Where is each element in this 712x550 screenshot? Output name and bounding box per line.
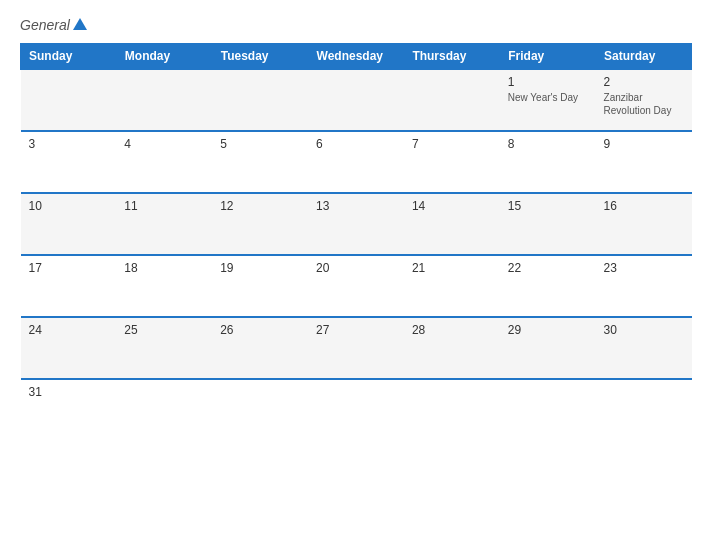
calendar-week-row: 31 (21, 379, 692, 441)
day-number: 7 (412, 137, 492, 151)
calendar-cell: 6 (308, 131, 404, 193)
day-of-week-header: Wednesday (308, 44, 404, 70)
day-of-week-header: Friday (500, 44, 596, 70)
day-number: 20 (316, 261, 396, 275)
calendar-cell: 29 (500, 317, 596, 379)
calendar-cell (21, 69, 117, 131)
day-number: 21 (412, 261, 492, 275)
calendar-cell: 15 (500, 193, 596, 255)
header: General (20, 18, 692, 33)
day-number: 13 (316, 199, 396, 213)
calendar-table: SundayMondayTuesdayWednesdayThursdayFrid… (20, 43, 692, 441)
calendar-cell: 19 (212, 255, 308, 317)
calendar-cell: 2Zanzibar Revolution Day (596, 69, 692, 131)
day-number: 23 (604, 261, 684, 275)
calendar-week-row: 3456789 (21, 131, 692, 193)
calendar-cell: 22 (500, 255, 596, 317)
calendar-cell: 16 (596, 193, 692, 255)
day-number: 25 (124, 323, 204, 337)
day-number: 28 (412, 323, 492, 337)
calendar-cell: 8 (500, 131, 596, 193)
day-number: 12 (220, 199, 300, 213)
day-number: 17 (29, 261, 109, 275)
day-number: 18 (124, 261, 204, 275)
day-number: 10 (29, 199, 109, 213)
calendar-cell (116, 69, 212, 131)
day-number: 26 (220, 323, 300, 337)
holiday-label: New Year's Day (508, 91, 588, 104)
day-number: 4 (124, 137, 204, 151)
days-of-week-row: SundayMondayTuesdayWednesdayThursdayFrid… (21, 44, 692, 70)
calendar-cell: 27 (308, 317, 404, 379)
calendar-cell: 4 (116, 131, 212, 193)
calendar-cell: 10 (21, 193, 117, 255)
day-number: 15 (508, 199, 588, 213)
day-number: 16 (604, 199, 684, 213)
day-number: 30 (604, 323, 684, 337)
day-number: 6 (316, 137, 396, 151)
calendar-week-row: 1New Year's Day2Zanzibar Revolution Day (21, 69, 692, 131)
logo-triangle-icon (73, 18, 87, 30)
page: General SundayMondayTuesdayWednesdayThur… (0, 0, 712, 550)
calendar-cell: 24 (21, 317, 117, 379)
day-number: 19 (220, 261, 300, 275)
calendar-week-row: 24252627282930 (21, 317, 692, 379)
calendar-cell (404, 69, 500, 131)
day-number: 8 (508, 137, 588, 151)
calendar-cell (308, 379, 404, 441)
day-number: 3 (29, 137, 109, 151)
calendar-cell: 12 (212, 193, 308, 255)
calendar-cell (404, 379, 500, 441)
calendar-week-row: 17181920212223 (21, 255, 692, 317)
calendar-cell: 21 (404, 255, 500, 317)
calendar-cell (596, 379, 692, 441)
calendar-cell: 31 (21, 379, 117, 441)
day-number: 24 (29, 323, 109, 337)
calendar-cell (308, 69, 404, 131)
calendar-cell: 25 (116, 317, 212, 379)
day-number: 9 (604, 137, 684, 151)
calendar-cell (212, 69, 308, 131)
calendar-cell: 17 (21, 255, 117, 317)
day-of-week-header: Saturday (596, 44, 692, 70)
calendar-cell: 18 (116, 255, 212, 317)
calendar-cell (212, 379, 308, 441)
day-number: 2 (604, 75, 684, 89)
day-number: 14 (412, 199, 492, 213)
calendar-cell: 13 (308, 193, 404, 255)
calendar-cell: 26 (212, 317, 308, 379)
calendar-cell: 28 (404, 317, 500, 379)
day-number: 27 (316, 323, 396, 337)
day-number: 11 (124, 199, 204, 213)
calendar-body: 1New Year's Day2Zanzibar Revolution Day3… (21, 69, 692, 441)
calendar-cell: 23 (596, 255, 692, 317)
calendar-cell: 5 (212, 131, 308, 193)
calendar-cell (500, 379, 596, 441)
day-number: 29 (508, 323, 588, 337)
calendar-header: SundayMondayTuesdayWednesdayThursdayFrid… (21, 44, 692, 70)
calendar-cell: 20 (308, 255, 404, 317)
day-of-week-header: Tuesday (212, 44, 308, 70)
day-number: 1 (508, 75, 588, 89)
holiday-label: Zanzibar Revolution Day (604, 91, 684, 117)
calendar-week-row: 10111213141516 (21, 193, 692, 255)
day-number: 31 (29, 385, 109, 399)
day-number: 22 (508, 261, 588, 275)
calendar-cell: 11 (116, 193, 212, 255)
day-of-week-header: Sunday (21, 44, 117, 70)
calendar-cell: 7 (404, 131, 500, 193)
day-of-week-header: Thursday (404, 44, 500, 70)
day-of-week-header: Monday (116, 44, 212, 70)
calendar-cell: 1New Year's Day (500, 69, 596, 131)
calendar-cell: 30 (596, 317, 692, 379)
calendar-cell (116, 379, 212, 441)
calendar-cell: 14 (404, 193, 500, 255)
logo: General (20, 18, 87, 33)
logo-general-text: General (20, 18, 87, 33)
day-number: 5 (220, 137, 300, 151)
calendar-cell: 3 (21, 131, 117, 193)
calendar-cell: 9 (596, 131, 692, 193)
